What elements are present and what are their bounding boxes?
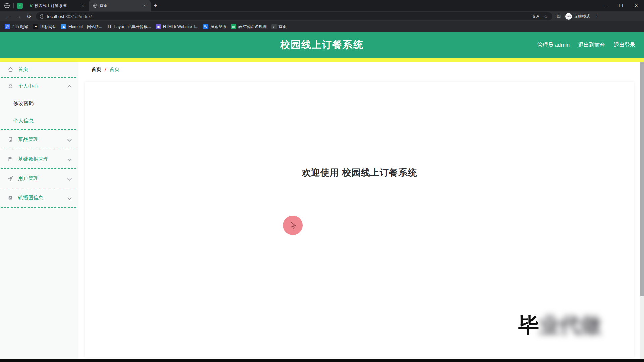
sidebar-item-personal-info[interactable]: 个人信息 xyxy=(0,112,77,129)
reload-icon[interactable]: ⟳ xyxy=(27,13,31,20)
restore-button[interactable]: ❐ xyxy=(613,3,629,8)
cursor-arrow-icon xyxy=(290,221,297,229)
flag-icon: ⚑ xyxy=(33,24,38,29)
chevron-down-icon xyxy=(67,157,72,161)
globe-pinned-tab-icon[interactable] xyxy=(4,3,10,9)
home-icon xyxy=(7,66,13,72)
watermark-blurred-text: 业代做 xyxy=(539,313,601,337)
breadcrumb-current: 首页 xyxy=(109,66,119,73)
address-bar[interactable]: i localhost :8081/#/index/ 文A ☆ xyxy=(36,12,552,20)
bottom-edge-bar xyxy=(0,359,644,362)
bookmark-item[interactable]: LiLayui - 经典开源模... xyxy=(107,24,151,30)
tab-title: 校园线上订餐系统 xyxy=(35,3,78,9)
image-box-icon xyxy=(7,195,13,201)
sidebar-item-carousel-info[interactable]: 轮播图信息 xyxy=(0,188,77,207)
window-controls: ─ ❐ ✕ xyxy=(598,0,644,11)
table-icon: ▤ xyxy=(231,24,236,29)
flag-icon xyxy=(7,156,13,162)
breadcrumb-root[interactable]: 首页 xyxy=(91,66,101,73)
tab-close-icon[interactable]: × xyxy=(80,3,86,8)
close-button[interactable]: ✕ xyxy=(629,3,644,8)
chevron-down-icon xyxy=(67,176,72,181)
admin-user-label: 管理员 admin xyxy=(537,42,570,49)
bookmark-item[interactable]: ▤表结构命名规则 xyxy=(231,24,267,30)
browser-toolbar: ← → ⟳ i localhost :8081/#/index/ 文A ☆ ⚿ … xyxy=(0,11,644,21)
globe-icon: ◐ xyxy=(271,24,277,29)
layui-icon: Li xyxy=(107,24,112,29)
header-accent-line xyxy=(0,58,644,62)
sidebar-divider xyxy=(1,207,76,208)
mobile-icon xyxy=(7,136,13,142)
incognito-icon: 👓 xyxy=(565,13,572,20)
bookmark-item[interactable]: W搜索壁纸 xyxy=(203,24,226,30)
wallpaper-icon: W xyxy=(203,24,208,29)
chevron-down-icon xyxy=(67,137,72,142)
bookmark-icon: 译 xyxy=(5,24,10,29)
exit-to-front-link[interactable]: 退出到前台 xyxy=(578,42,605,49)
logout-link[interactable]: 退出登录 xyxy=(614,42,635,49)
page-info-icon[interactable]: i xyxy=(40,14,44,19)
translate-icon[interactable]: 文A xyxy=(532,13,539,19)
tab-title: 首页 xyxy=(100,3,140,9)
url-host: localhost xyxy=(47,14,64,19)
breadcrumb: 首页 / 首页 xyxy=(91,66,119,73)
user-icon xyxy=(7,83,13,89)
app-header: 校园线上订餐系统 管理员 admin 退出到前台 退出登录 xyxy=(0,32,644,58)
incognito-label: 无痕模式 xyxy=(574,14,590,19)
header-links: 管理员 admin 退出到前台 退出登录 xyxy=(537,42,635,49)
element-icon: ◆ xyxy=(61,24,66,29)
scrollbar-thumb[interactable] xyxy=(640,62,644,296)
vue-favicon-icon: V xyxy=(30,3,33,8)
bookmark-star-icon[interactable]: ☆ xyxy=(544,14,548,19)
send-icon xyxy=(7,175,13,181)
browser-tab-strip: ≡ V 校园线上订餐系统 × 首页 × + ─ ❐ ✕ xyxy=(0,0,644,11)
new-tab-button[interactable]: + xyxy=(154,2,157,9)
chevron-up-icon xyxy=(67,85,72,89)
tab-divider xyxy=(13,3,14,8)
sidebar-item-basic-data[interactable]: 基础数据管理 xyxy=(0,149,77,168)
sidebar: 首页 个人中心 修改密码 个人信息 菜品管理 基础数据管理 用户管理 xyxy=(0,62,77,359)
breadcrumb-separator: / xyxy=(105,67,106,72)
tab-close-icon[interactable]: × xyxy=(142,3,147,8)
bookmark-item[interactable]: ▣HTML5 Website T... xyxy=(156,24,198,29)
minimize-button[interactable]: ─ xyxy=(598,3,613,8)
watermark: 毕业代做 xyxy=(518,311,619,343)
page-scrollbar[interactable] xyxy=(640,62,644,359)
chevron-down-icon xyxy=(67,196,72,200)
bookmark-item[interactable]: ◐首页 xyxy=(271,24,287,30)
url-path: :8081/#/index/ xyxy=(64,14,92,19)
html5-icon: ▣ xyxy=(156,24,161,29)
sidebar-item-user-management[interactable]: 用户管理 xyxy=(0,169,77,188)
sidebar-item-change-password[interactable]: 修改密码 xyxy=(0,95,77,112)
incognito-indicator: 👓 无痕模式 xyxy=(565,13,590,20)
bookmark-item[interactable]: ⚑图标网站 xyxy=(33,24,56,30)
sheet-pinned-tab-icon[interactable]: ≡ xyxy=(17,3,23,9)
bookmark-item[interactable]: 译百度翻译 xyxy=(5,24,28,30)
bookmark-item[interactable]: ◆Element - 网站快... xyxy=(61,24,102,30)
back-icon[interactable]: ← xyxy=(5,13,11,19)
sidebar-item-dish-management[interactable]: 菜品管理 xyxy=(0,130,77,149)
bookmarks-bar: 译百度翻译 ⚑图标网站 ◆Element - 网站快... LiLayui - … xyxy=(0,21,644,32)
sidebar-item-home[interactable]: 首页 xyxy=(0,62,77,77)
tab-order-system[interactable]: V 校园线上订餐系统 × xyxy=(25,0,89,11)
globe-favicon-icon xyxy=(93,3,98,8)
password-key-icon[interactable]: ⚿ xyxy=(557,14,560,19)
sidebar-item-personal-center[interactable]: 个人中心 xyxy=(0,78,77,95)
watermark-visible-text: 毕 xyxy=(518,313,539,337)
cursor-highlight xyxy=(283,216,303,235)
forward-icon[interactable]: → xyxy=(16,13,21,19)
welcome-message: 欢迎使用 校园线上订餐系统 xyxy=(85,167,634,179)
tab-home[interactable]: 首页 × xyxy=(89,0,151,11)
menu-dots-icon[interactable]: ⋮ xyxy=(594,14,598,19)
